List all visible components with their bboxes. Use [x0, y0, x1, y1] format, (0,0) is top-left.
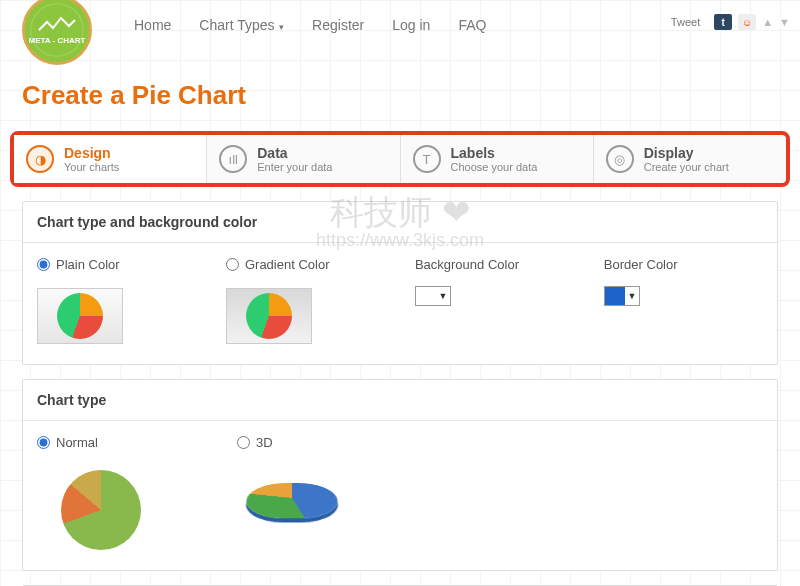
step-title: Display [644, 145, 729, 161]
step-design[interactable]: ◑ DesignYour charts [14, 135, 207, 183]
label-background-color: Background Color [415, 257, 604, 272]
nav-login[interactable]: Log in [378, 9, 444, 41]
pie-icon [246, 293, 292, 339]
page-title: Create a Pie Chart [22, 80, 800, 111]
plain-color-preview[interactable] [37, 288, 123, 344]
chevron-down-icon: ▼ [625, 291, 639, 301]
color-swatch [416, 287, 436, 305]
logo-text: META - CHART [29, 36, 86, 45]
option-plain-color[interactable]: Plain Color [37, 257, 226, 272]
pie-chart-preview [61, 470, 141, 550]
logo-chart-icon [37, 16, 77, 34]
pie-icon [57, 293, 103, 339]
label-border-color: Border Color [604, 257, 763, 272]
upvote-icon[interactable]: ▲ [762, 16, 773, 28]
nav-faq[interactable]: FAQ [444, 9, 500, 41]
radio-3d[interactable] [237, 436, 250, 449]
gradient-color-preview[interactable] [226, 288, 312, 344]
nav-chart-types[interactable]: Chart Types ▾ [185, 9, 298, 41]
panel-heading: Chart type and background color [23, 202, 777, 243]
step-sub: Choose your data [451, 161, 538, 173]
bar-chart-icon: ıll [219, 145, 247, 173]
step-data[interactable]: ıll DataEnter your data [207, 135, 400, 183]
reddit-icon[interactable]: ☺ [738, 14, 756, 30]
step-title: Design [64, 145, 119, 161]
step-sub: Your charts [64, 161, 119, 173]
chevron-down-icon: ▼ [436, 291, 450, 301]
main-nav: Home Chart Types ▾ Register Log in FAQ [120, 9, 500, 41]
option-gradient-color[interactable]: Gradient Color [226, 257, 415, 272]
background-color-picker[interactable]: ▼ [415, 286, 451, 306]
option-normal[interactable]: Normal [37, 435, 237, 450]
step-labels[interactable]: T LabelsChoose your data [401, 135, 594, 183]
text-icon: T [413, 145, 441, 173]
step-title: Labels [451, 145, 538, 161]
panel-heading: Chart type [23, 380, 777, 421]
social-bar: Tweet t ☺ ▲ ▼ [671, 14, 790, 30]
step-display[interactable]: ◎ DisplayCreate your chart [594, 135, 786, 183]
palette-icon: ◑ [26, 145, 54, 173]
tweet-link[interactable]: Tweet [671, 16, 700, 28]
color-swatch [605, 287, 625, 305]
step-sub: Create your chart [644, 161, 729, 173]
tumblr-icon[interactable]: t [714, 14, 732, 30]
nav-register[interactable]: Register [298, 9, 378, 41]
step-sub: Enter your data [257, 161, 332, 173]
display-icon: ◎ [606, 145, 634, 173]
radio-gradient-color[interactable] [226, 258, 239, 271]
chevron-down-icon: ▾ [277, 22, 285, 32]
pie-3d-preview [239, 483, 345, 518]
radio-plain-color[interactable] [37, 258, 50, 271]
wizard-steps: ◑ DesignYour charts ıll DataEnter your d… [14, 135, 786, 183]
panel-chart-type: Chart type Normal 3D [22, 379, 778, 571]
nav-home[interactable]: Home [120, 9, 185, 41]
option-3d[interactable]: 3D [237, 435, 437, 450]
radio-normal[interactable] [37, 436, 50, 449]
border-color-picker[interactable]: ▼ [604, 286, 640, 306]
downvote-icon[interactable]: ▼ [779, 16, 790, 28]
top-bar: META - CHART Home Chart Types ▾ Register… [0, 0, 800, 50]
logo[interactable]: META - CHART [22, 0, 92, 65]
step-title: Data [257, 145, 332, 161]
panel-chart-type-bg: Chart type and background color Plain Co… [22, 201, 778, 365]
wizard-steps-highlight: ◑ DesignYour charts ıll DataEnter your d… [10, 131, 790, 187]
